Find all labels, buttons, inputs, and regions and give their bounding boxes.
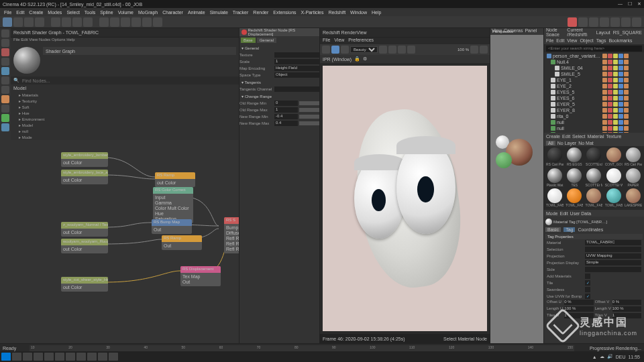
rv-subbar[interactable]: IPR (Window) 🔒 ⚙ xyxy=(320,55,490,63)
menu-edit[interactable]: Edit xyxy=(16,10,24,15)
tag-row[interactable] xyxy=(602,59,643,65)
node-displacement[interactable]: RS DisplacementTex MapOut xyxy=(180,266,221,286)
lock-icon[interactable]: 🔒 xyxy=(354,56,360,62)
node-material[interactable]: RS SBump InpuDiffuse CRefl RougRefl Roug… xyxy=(224,217,239,253)
obj-tab[interactable]: Bookmarks xyxy=(608,38,632,43)
menu-extensions[interactable]: Extensions xyxy=(273,10,296,15)
taskbar-icon[interactable] xyxy=(98,353,107,361)
material-item[interactable]: SCOTTEr M xyxy=(584,168,603,188)
windows-taskbar[interactable]: ▲☁🔊 DEU 11:55 xyxy=(0,351,644,362)
layer-item[interactable]: ▸ null xyxy=(13,128,236,134)
tool-icon[interactable] xyxy=(1,67,9,75)
material-preview[interactable] xyxy=(13,47,40,74)
node-texture[interactable]: z_woolyarn_Normal / Texout Color xyxy=(61,222,108,237)
menu-select[interactable]: Select xyxy=(66,10,79,15)
menu-mograph[interactable]: MoGraph xyxy=(138,10,158,15)
material-item[interactable]: CONT_GOO xyxy=(604,147,623,168)
minimize-icon[interactable]: — xyxy=(618,1,623,7)
layout-bar[interactable]: Node SpaceCurrent (Redshift) LayoutRS_SQ… xyxy=(544,28,644,36)
tree-row[interactable]: EYE_1 xyxy=(545,77,600,83)
tab-coords[interactable]: Coordinates xyxy=(578,227,603,232)
rv-play-icon[interactable] xyxy=(322,46,330,54)
taskbar-icon[interactable] xyxy=(23,353,32,361)
taskbar-icon[interactable] xyxy=(34,353,43,361)
layer-item[interactable]: ▸ Texturity xyxy=(13,98,236,104)
tree-row[interactable]: Null.4 xyxy=(545,59,600,65)
tool-icon[interactable] xyxy=(72,17,82,27)
prop-row[interactable]: Projection DisplaySimple xyxy=(545,259,643,266)
tool-icon[interactable] xyxy=(83,17,93,27)
material-item[interactable]: SCOTTEr W xyxy=(604,168,623,188)
node-ramp[interactable]: RS RampOut xyxy=(162,235,202,250)
render-icon[interactable] xyxy=(578,17,588,27)
menu-file[interactable]: File xyxy=(4,10,11,15)
tree-row[interactable]: null xyxy=(545,125,600,131)
rv-icon[interactable] xyxy=(470,46,478,54)
viewport-panel[interactable]: View Cameras Panel Perspective xyxy=(490,28,543,343)
shader-menu[interactable]: File Edit View Nodes Options Help xyxy=(11,38,239,44)
material-item[interactable]: Plastic Wat xyxy=(545,168,564,188)
find-nodes-bar[interactable]: 🔍 Find Nodes... xyxy=(11,76,239,84)
prop-row[interactable]: Add Materials xyxy=(545,273,643,280)
attr-row[interactable]: New Range Min-0.4 xyxy=(239,113,319,120)
attr-row[interactable]: Old Range Max1 xyxy=(239,107,319,113)
tree-row[interactable]: SMILE_04 xyxy=(545,65,600,71)
close-icon[interactable]: ✕ xyxy=(637,1,641,7)
material-grid[interactable]: RS Cari ParRS EGGSSCOTTErdCONT_GOORS Car… xyxy=(544,146,644,210)
main-menubar[interactable]: FileEditCreateModesSelectToolsSplineVolu… xyxy=(0,8,644,16)
panel-tab[interactable]: Redshift Shader Graph - TOWL_FABRIC xyxy=(11,28,239,38)
prop-row[interactable]: Tile xyxy=(545,280,643,286)
prop-row[interactable]: Use UVW for Bump xyxy=(545,293,643,300)
menu-render[interactable]: Render xyxy=(253,10,268,15)
node-bump[interactable]: RS Bump MapOut xyxy=(152,219,192,234)
prop-row[interactable]: Seamless xyxy=(545,286,643,293)
tool-icon[interactable] xyxy=(1,39,9,47)
main-toolbar[interactable] xyxy=(0,16,644,28)
material-item[interactable]: TOWL_FABR xyxy=(584,188,603,208)
material-item[interactable]: RS Cari Par xyxy=(624,147,643,168)
filter-nolayer[interactable]: No Layer xyxy=(557,141,576,145)
tool-icon[interactable] xyxy=(121,17,130,27)
render-icon[interactable] xyxy=(600,17,609,27)
obj-tab[interactable]: Tags xyxy=(596,38,606,43)
attr-row[interactable]: Old Range Min0 xyxy=(239,100,319,107)
layer-item[interactable]: ▸ Environment xyxy=(13,116,236,122)
tree-row[interactable]: EYES_6 xyxy=(545,95,600,101)
attr-row[interactable]: Space TypeObject xyxy=(239,72,319,78)
object-manager-tabs[interactable]: FileEditViewObjectTagsBookmarks xyxy=(544,36,644,44)
tool-icon[interactable] xyxy=(3,17,12,27)
tool-icon[interactable] xyxy=(1,123,9,131)
tag-row[interactable] xyxy=(602,53,643,59)
material-item[interactable]: TES xyxy=(565,168,584,188)
tag-row[interactable] xyxy=(602,101,643,107)
tab-basic[interactable]: Basic xyxy=(545,227,561,232)
filter-all[interactable]: All xyxy=(546,141,555,145)
obj-tab[interactable]: Edit xyxy=(556,38,564,43)
menu-window[interactable]: Window xyxy=(350,10,367,15)
object-search[interactable] xyxy=(544,44,644,52)
tool-icon[interactable] xyxy=(1,48,9,56)
tree-row[interactable]: EYER_8 xyxy=(545,107,600,113)
tab-tag[interactable]: Tag xyxy=(564,227,575,232)
menu-simulate[interactable]: Simulate xyxy=(210,10,228,15)
layer-item[interactable]: ▸ Materials xyxy=(13,92,236,98)
prop-row[interactable]: Side xyxy=(545,266,643,273)
rv-icon[interactable] xyxy=(407,46,415,54)
tree-row[interactable]: EYER_5 xyxy=(545,101,600,107)
menu-help[interactable]: Help xyxy=(372,10,381,15)
tree-row[interactable]: SMILE_5 xyxy=(545,71,600,77)
maximize-icon[interactable]: ☐ xyxy=(628,1,632,7)
gear-icon[interactable]: ⚙ xyxy=(363,56,367,62)
menu-character[interactable]: Character xyxy=(162,10,183,15)
attr-manager-menu[interactable]: ModeEditUser Data xyxy=(544,210,644,217)
tool-icon[interactable] xyxy=(1,76,9,84)
tool-icon[interactable] xyxy=(1,114,9,122)
prop-row[interactable]: ProjectionUVW Mapping xyxy=(545,253,643,259)
tool-icon[interactable] xyxy=(1,95,9,103)
tool-icon[interactable] xyxy=(51,17,60,27)
tool-icon[interactable] xyxy=(142,17,152,27)
tool-icon[interactable] xyxy=(24,17,34,27)
attr-section[interactable]: ▾ Tangents xyxy=(239,78,319,86)
obj-tab[interactable]: Object xyxy=(580,38,593,43)
menu-x-particles[interactable]: X-Particles xyxy=(301,10,324,15)
